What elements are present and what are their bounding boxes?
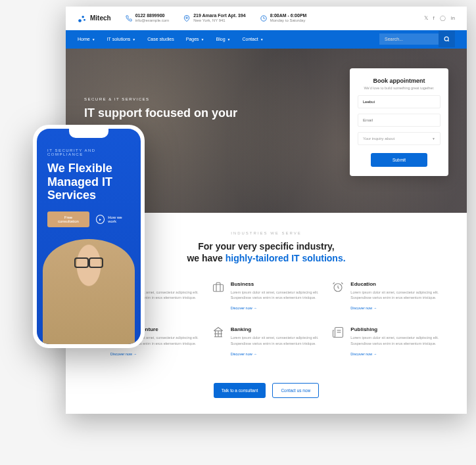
linkedin-icon[interactable]: in	[451, 15, 455, 21]
card-education: EducationLorem ipsum dolor sit amet, con…	[332, 281, 440, 313]
bank-icon	[212, 326, 224, 338]
clock-icon	[260, 15, 267, 22]
topbar-phone: 0122 8899900info@example.com	[126, 13, 169, 24]
search-input[interactable]	[379, 33, 439, 45]
contact-button[interactable]: Contact us now	[272, 383, 319, 398]
svg-marker-16	[99, 218, 101, 221]
talk-consultant-button[interactable]: Talk to a consultant	[214, 383, 266, 398]
svg-point-5	[444, 37, 448, 41]
chevron-down-icon: ▼	[432, 137, 435, 141]
email-field[interactable]	[358, 114, 440, 127]
nav-items: Home▼ IT solutions▼ Case studies Pages▼ …	[78, 37, 264, 41]
svg-point-0	[78, 19, 82, 22]
search-box	[379, 31, 455, 47]
newspaper-icon	[332, 326, 344, 338]
search-button[interactable]	[439, 31, 455, 47]
phone-notch	[69, 129, 108, 138]
phone-play-button[interactable]: How we work	[96, 215, 130, 224]
card-business: BusinessLorem ipsum dolor sit amet, cons…	[212, 281, 321, 313]
discover-link[interactable]: Discover now →	[110, 352, 137, 356]
topbar: Mitech 0122 8899900info@example.com 219 …	[66, 7, 467, 30]
chevron-down-icon: ▼	[227, 37, 231, 41]
discover-link[interactable]: Discover now →	[350, 306, 377, 310]
phone-screen: IT SECURITY AND COMPLIANCE We Flexible M…	[37, 129, 141, 344]
facebook-icon[interactable]: f	[433, 15, 435, 21]
svg-line-6	[448, 40, 449, 41]
topbar-hours: 8:00AM - 6:00PMMonday to Saturday	[260, 13, 307, 24]
chevron-down-icon: ▼	[260, 37, 264, 41]
nav-solutions[interactable]: IT solutions▼	[107, 37, 136, 41]
nav-pages[interactable]: Pages▼	[186, 37, 204, 41]
nav-case-studies[interactable]: Case studies	[147, 37, 174, 41]
phone-cta: Free consultation How we work	[47, 211, 130, 227]
nav-blog[interactable]: Blog▼	[216, 37, 231, 41]
search-icon	[444, 36, 450, 42]
twitter-icon[interactable]: 𝕏	[424, 15, 428, 21]
hero-tag: SECURE & IT SERVICES	[84, 97, 249, 101]
chevron-down-icon: ▼	[92, 37, 95, 41]
glasses-icon	[74, 257, 103, 265]
appointment-form: Book appointment We'd love to build some…	[350, 68, 448, 176]
discover-link[interactable]: Discover now →	[231, 352, 257, 356]
instagram-icon[interactable]: ◯	[440, 15, 446, 21]
card-banking: BankingLorem ipsum dolor sit amet, conse…	[212, 326, 321, 358]
social-links: 𝕏 f ◯ in	[424, 15, 455, 21]
mobile-preview: IT SECURITY AND COMPLIANCE We Flexible M…	[33, 125, 145, 348]
play-icon	[96, 215, 105, 224]
inquiry-select[interactable]: Your inquiry about▼	[358, 132, 440, 145]
svg-point-1	[82, 16, 84, 18]
nav-contact[interactable]: Contact▼	[243, 37, 264, 41]
free-consultation-button[interactable]: Free consultation	[47, 211, 89, 227]
logo-icon	[78, 14, 87, 23]
alarm-icon	[332, 281, 344, 293]
svg-point-3	[186, 17, 188, 19]
logo-text: Mitech	[90, 14, 111, 22]
chevron-down-icon: ▼	[132, 37, 135, 41]
form-subtitle: We'd love to build something great toget…	[358, 86, 440, 90]
form-title: Book appointment	[358, 78, 440, 84]
phone-tag: IT SECURITY AND COMPLIANCE	[47, 148, 130, 156]
name-field[interactable]	[358, 95, 440, 108]
discover-link[interactable]: Discover now →	[350, 352, 377, 356]
submit-button[interactable]: Submit	[371, 153, 427, 167]
briefcase-icon	[212, 281, 224, 293]
phone-icon	[126, 15, 132, 22]
person-image	[43, 239, 135, 344]
svg-point-2	[83, 19, 85, 21]
cta-row: Talk to a consultant Contact us now	[66, 371, 467, 414]
topbar-address: 219 Amara Fort Apt. 394New York, NY 941	[183, 13, 246, 24]
nav-home[interactable]: Home▼	[78, 37, 95, 41]
card-publishing: PublishingLorem ipsum dolor sit amet, co…	[332, 326, 440, 358]
location-icon	[183, 15, 190, 22]
navbar: Home▼ IT solutions▼ Case studies Pages▼ …	[66, 30, 467, 49]
logo[interactable]: Mitech	[78, 14, 111, 23]
svg-rect-8	[213, 284, 223, 292]
phone-title: We Flexible Managed IT Services	[47, 162, 130, 202]
discover-link[interactable]: Discover now →	[231, 306, 257, 310]
chevron-down-icon: ▼	[201, 37, 204, 41]
